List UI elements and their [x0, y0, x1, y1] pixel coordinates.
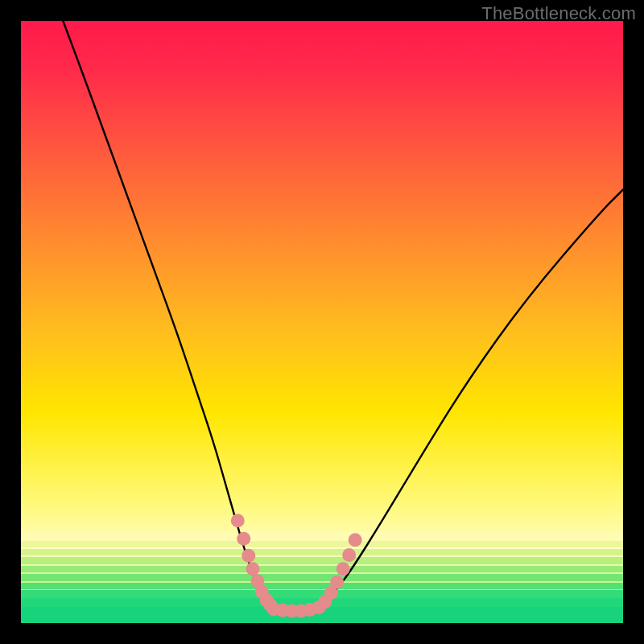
- highlight-dot: [242, 549, 255, 563]
- highlight-dot: [246, 562, 259, 576]
- watermark-text: TheBottleneck.com: [481, 3, 636, 24]
- highlight-dot: [336, 562, 350, 576]
- bottleneck-curve: [63, 21, 623, 611]
- highlight-dot: [330, 576, 344, 589]
- canvas: TheBottleneck.com: [0, 0, 644, 644]
- plot-area: [21, 21, 623, 623]
- highlight-dots-bottom: [267, 601, 326, 617]
- highlight-dot: [349, 533, 362, 547]
- highlight-dot: [237, 532, 250, 546]
- chart-svg: [21, 21, 623, 623]
- highlight-dots-right: [318, 533, 361, 609]
- highlight-dot: [342, 548, 356, 562]
- highlight-dot: [231, 514, 245, 527]
